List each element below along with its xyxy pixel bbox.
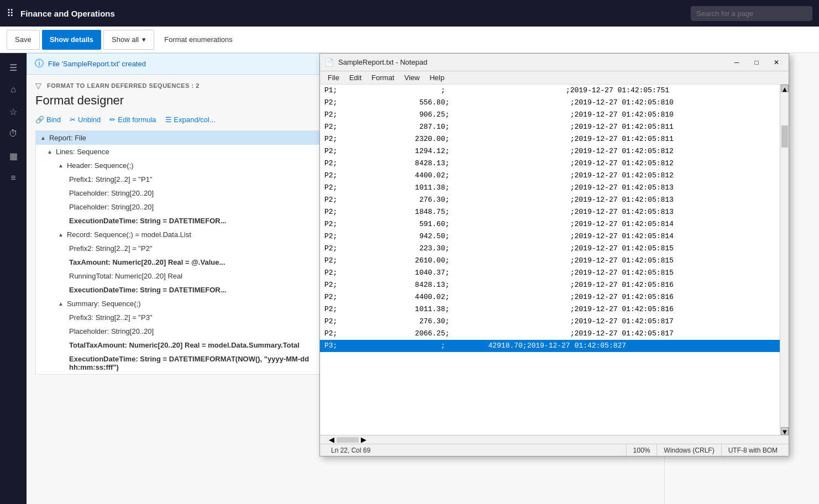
sidebar-home-icon[interactable]: ⌂ [3,80,23,99]
notepad-line: P2; 942.50; ;2019-12-27 01:42:05:814 [320,230,780,243]
sidebar-menu-icon[interactable]: ☰ [3,57,23,77]
zoom-level: 100% [627,444,658,456]
grid-icon[interactable]: ⠿ [7,7,14,19]
notepad-content-wrapper: P1; ; ;2019-12-27 01:42:05:751P2; 556.80… [320,85,789,435]
sidebar-star-icon[interactable]: ☆ [3,102,23,122]
scroll-down-btn[interactable]: ▼ [781,427,789,435]
scrollbar-right[interactable]: ▲ ▼ [780,85,789,435]
hscroll-right-btn[interactable]: ▶ [361,435,366,444]
expand-icon: ☰ [165,116,172,124]
info-message: File 'SampleReport.txt' created [48,60,146,68]
hscroll-thumb[interactable] [337,437,359,443]
notepad-line: P2; 2066.25; ;2019-12-27 01:42:05:817 [320,328,780,340]
left-sidebar: ☰ ⌂ ☆ ⏱ ▦ ≡ [0,53,27,504]
sidebar-list-icon[interactable]: ≡ [3,168,23,188]
tree-item[interactable]: TaxAmount: Numeric[20..20] Real = @.Valu… [36,255,328,269]
notepad-line: P2; 223.30; ;2019-12-27 01:42:05:815 [320,243,780,255]
notepad-statusbar: Ln 22, Col 69 100% Windows (CRLF) UTF-8 … [320,444,789,456]
notepad-menu-format[interactable]: Format [367,72,398,83]
tree-item[interactable]: Placeholder: String[20..20] [36,324,328,338]
hscroll-left-btn[interactable]: ◀ [329,435,334,444]
notepad-line: P2; 2610.00; ;2019-12-27 01:42:05:815 [320,255,780,267]
notepad-menu-view[interactable]: View [400,72,424,83]
tree-item[interactable]: Prefix2: String[2..2] = "P2" [36,242,328,255]
notepad-title: SampleReport.txt - Notepad [338,58,725,66]
notepad-line: P2; 276.30; ;2019-12-27 01:42:05:813 [320,194,780,206]
tree-item[interactable]: Placeholder: String[20..20] [36,186,328,200]
notepad-menubar: FileEditFormatViewHelp [320,71,789,85]
notepad-line: P2; 1011.38; ;2019-12-27 01:42:05:816 [320,303,780,316]
sidebar-calendar-icon[interactable]: ▦ [3,146,23,166]
tree-item[interactable]: ▲Header: Sequence(;) [36,159,328,172]
notepad-line: P2; 276.30; ;2019-12-27 01:42:05:817 [320,316,780,328]
close-button[interactable]: ✕ [769,57,784,68]
tree-item[interactable]: Prefix1: String[2..2] = "P1" [36,172,328,186]
tree-item[interactable]: Placeholder: String[20..20] [36,200,328,214]
notepad-line: P2; 2320.00; ;2019-12-27 01:42:05:811 [320,133,780,145]
tree-item[interactable]: TotalTaxAmount: Numeric[20..20] Real = m… [36,338,328,352]
format-subtitle: FORMAT TO LEARN DEFERRED SEQUENCES : 2 [47,82,200,89]
notepad-line: P2; 4400.02; ;2019-12-27 01:42:05:812 [320,170,780,182]
scroll-track [780,92,789,427]
layout: ☰ ⌂ ☆ ⏱ ▦ ≡ ⓘ File 'SampleReport.txt' cr… [0,53,819,504]
scroll-up-btn[interactable]: ▲ [781,85,789,92]
unbind-icon: ✂ [70,116,76,124]
show-all-button[interactable]: Show all ▾ [103,30,154,50]
save-button[interactable]: Save [7,30,40,50]
info-icon: ⓘ [35,58,44,70]
notepad-menu-file[interactable]: File [323,72,344,83]
app-title: Finance and Operations [20,9,684,18]
expand-col-button[interactable]: ☰ Expand/col... [165,116,216,124]
notepad-hscroll[interactable]: ◀ ▶ [320,435,789,444]
search-input[interactable] [691,6,812,21]
scroll-thumb[interactable] [781,125,788,148]
bind-icon: 🔗 [35,116,44,124]
show-details-button[interactable]: Show details [42,30,101,50]
action-bar: Save Show details Show all ▾ Format enum… [0,27,819,53]
tree-area: ▲Report: File▲Lines: Sequence▲Header: Se… [35,130,328,375]
notepad-line: P2; 1011.38; ;2019-12-27 01:42:05:813 [320,182,780,194]
notepad-line: P2; 591.60; ;2019-12-27 01:42:05:814 [320,218,780,230]
notepad-line: P2; 8428.13; ;2019-12-27 01:42:05:812 [320,158,780,170]
notepad-line: P3; ; 42918.70;2019-12-27 01:42:05:827 [320,340,780,352]
notepad-line: P2; 906.25; ;2019-12-27 01:42:05:810 [320,109,780,121]
sidebar-clock-icon[interactable]: ⏱ [3,124,23,144]
bind-button[interactable]: 🔗 Bind [35,116,61,124]
notepad-app-icon: 📄 [324,58,334,67]
encoding: UTF-8 with BOM [722,444,784,456]
notepad-titlebar: 📄 SampleReport.txt - Notepad ─ □ ✕ [320,54,789,71]
tree-item[interactable]: ExecutionDateTime: String = DATETIMEFORM… [36,352,328,374]
tree-item[interactable]: ExecutionDateTime: String = DATETIMEFOR.… [36,283,328,297]
notepad-line: P2; 8428.13; ;2019-12-27 01:42:05:816 [320,279,780,291]
notepad-menu-help[interactable]: Help [425,72,449,83]
notepad-line: P2; 1040.37; ;2019-12-27 01:42:05:815 [320,267,780,279]
cursor-position: Ln 22, Col 69 [324,444,627,456]
tree-item[interactable]: ▲Summary: Sequence(;) [36,297,328,311]
format-enumerations-button[interactable]: Format enumerations [156,30,240,50]
tree-item[interactable]: Prefix3: String[2..2] = "P3" [36,311,328,324]
formula-icon: ✏ [109,116,116,124]
line-ending: Windows (CRLF) [657,444,721,456]
edit-formula-button[interactable]: ✏ Edit formula [109,116,156,124]
main-content: ⓘ File 'SampleReport.txt' created ▽ FORM… [27,53,819,504]
notepad-line: P2; 1294.12; ;2019-12-27 01:42:05:812 [320,145,780,158]
notepad-window: 📄 SampleReport.txt - Notepad ─ □ ✕ FileE… [319,53,789,456]
tree-item[interactable]: RunningTotal: Numeric[20..20] Real [36,269,328,283]
filter-icon[interactable]: ▽ [35,81,41,90]
minimize-button[interactable]: ─ [729,57,744,68]
maximize-button[interactable]: □ [749,57,764,68]
tree-item[interactable]: ▲Report: File [36,131,328,145]
tree-item[interactable]: ▲Lines: Sequence [36,145,328,159]
notepad-line: P2; 556.80; ;2019-12-27 01:42:05:810 [320,97,780,109]
notepad-content[interactable]: P1; ; ;2019-12-27 01:42:05:751P2; 556.80… [320,85,780,435]
tree-item[interactable]: ExecutionDateTime: String = DATETIMEFOR.… [36,214,328,228]
notepad-menu-edit[interactable]: Edit [345,72,366,83]
top-nav: ⠿ Finance and Operations [0,0,819,27]
notepad-line: P2; 287.10; ;2019-12-27 01:42:05:811 [320,121,780,133]
notepad-line: P2; 1848.75; ;2019-12-27 01:42:05:813 [320,206,780,218]
tree-item[interactable]: ▲Record: Sequence(;) = model.Data.List [36,228,328,242]
unbind-button[interactable]: ✂ Unbind [70,116,101,124]
notepad-line: P2; 4400.02; ;2019-12-27 01:42:05:816 [320,291,780,303]
notepad-line: P1; ; ;2019-12-27 01:42:05:751 [320,85,780,97]
chevron-down-icon: ▾ [142,35,146,44]
